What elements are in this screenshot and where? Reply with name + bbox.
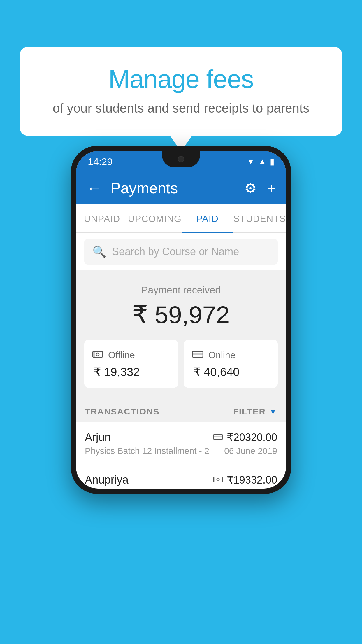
svg-point-10 xyxy=(217,478,219,481)
transaction-bottom-1: Physics Batch 12 Installment - 2 06 June… xyxy=(85,446,277,456)
offline-card-header: Offline xyxy=(92,349,170,361)
svg-rect-4 xyxy=(192,353,203,355)
speech-bubble-container: Manage fees of your students and send re… xyxy=(20,47,342,136)
background: Manage fees of your students and send re… xyxy=(0,0,362,644)
card-icon xyxy=(192,349,203,361)
bubble-subtitle: of your students and send receipts to pa… xyxy=(43,101,319,116)
settings-icon[interactable]: ⚙ xyxy=(244,180,257,196)
search-icon: 🔍 xyxy=(92,245,106,258)
transaction-name-1: Arjun xyxy=(85,431,111,444)
transaction-name-2: Anupriya xyxy=(85,474,129,486)
transactions-header: TRANSACTIONS FILTER ▼ xyxy=(76,398,286,422)
transaction-amount-2: ₹19332.00 xyxy=(227,474,277,486)
transactions-label: TRANSACTIONS xyxy=(85,407,159,416)
add-icon[interactable]: + xyxy=(267,180,275,196)
payment-summary: Payment received ₹ 59,972 xyxy=(76,270,286,340)
back-button[interactable]: ← xyxy=(87,181,102,196)
online-card-header: Online xyxy=(192,349,270,361)
transaction-row: Arjun ₹20320.00 Physics xyxy=(76,422,286,465)
transaction-right-1: ₹20320.00 xyxy=(213,431,277,444)
transaction-course-1: Physics Batch 12 Installment - 2 xyxy=(85,446,209,456)
bubble-title: Manage fees xyxy=(43,64,319,94)
tab-unpaid[interactable]: UNPAID xyxy=(76,204,128,232)
phone-inner: 14:29 ▼ ▲ ▮ ← Payments ⚙ + xyxy=(76,151,286,489)
app-bar-icons: ⚙ + xyxy=(244,180,275,196)
transaction-row-partial: Anupriya ₹19332.00 xyxy=(76,465,286,486)
tab-paid[interactable]: PAID xyxy=(182,204,233,232)
tab-upcoming[interactable]: UPCOMING xyxy=(128,204,182,232)
cash-payment-icon xyxy=(213,475,223,485)
offline-label: Offline xyxy=(108,350,135,360)
online-label: Online xyxy=(208,350,236,360)
tabs-bar: UNPAID UPCOMING PAID STUDENTS xyxy=(76,204,286,233)
app-bar: ← Payments ⚙ + xyxy=(76,172,286,204)
search-bar[interactable]: 🔍 Search by Course or Name xyxy=(84,239,278,265)
filter-button[interactable]: FILTER ▼ xyxy=(233,407,277,416)
transaction-amount-1: ₹20320.00 xyxy=(227,431,277,444)
svg-rect-7 xyxy=(214,436,222,437)
payment-total-amount: ₹ 59,972 xyxy=(85,300,277,329)
offline-amount: ₹ 19,332 xyxy=(92,365,170,379)
filter-icon: ▼ xyxy=(269,407,277,416)
transaction-right-2: ₹19332.00 xyxy=(213,474,277,486)
cash-icon xyxy=(92,349,103,361)
tab-students[interactable]: STUDENTS xyxy=(233,204,286,232)
svg-rect-9 xyxy=(214,477,215,482)
transaction-top-2: Anupriya ₹19332.00 xyxy=(85,474,277,486)
notch xyxy=(162,151,200,167)
transaction-date-1: 06 June 2019 xyxy=(224,446,277,456)
transaction-top-1: Arjun ₹20320.00 xyxy=(85,431,277,444)
phone-frame: 14:29 ▼ ▲ ▮ ← Payments ⚙ + xyxy=(71,146,291,494)
status-icons: ▼ ▲ ▮ xyxy=(247,157,274,167)
payment-cards: Offline ₹ 19,332 xyxy=(76,340,286,398)
signal-icon: ▲ xyxy=(258,157,266,166)
svg-rect-5 xyxy=(194,356,197,356)
offline-card: Offline ₹ 19,332 xyxy=(84,340,178,388)
wifi-icon: ▼ xyxy=(247,157,255,166)
page-title: Payments xyxy=(110,179,236,197)
card-payment-icon xyxy=(213,432,223,443)
content-area: 🔍 Search by Course or Name Payment recei… xyxy=(76,233,286,486)
status-time: 14:29 xyxy=(88,156,113,167)
speech-bubble: Manage fees of your students and send re… xyxy=(20,47,342,136)
online-amount: ₹ 40,640 xyxy=(192,365,270,379)
svg-rect-1 xyxy=(93,351,95,357)
camera-dot xyxy=(178,156,184,162)
search-container: 🔍 Search by Course or Name xyxy=(76,233,286,270)
online-card: Online ₹ 40,640 xyxy=(184,340,278,388)
payment-received-label: Payment received xyxy=(85,284,277,296)
filter-label: FILTER xyxy=(233,407,266,416)
svg-point-2 xyxy=(96,353,99,356)
battery-icon: ▮ xyxy=(270,157,274,167)
search-placeholder-text: Search by Course or Name xyxy=(112,246,239,258)
status-bar: 14:29 ▼ ▲ ▮ xyxy=(76,151,286,172)
